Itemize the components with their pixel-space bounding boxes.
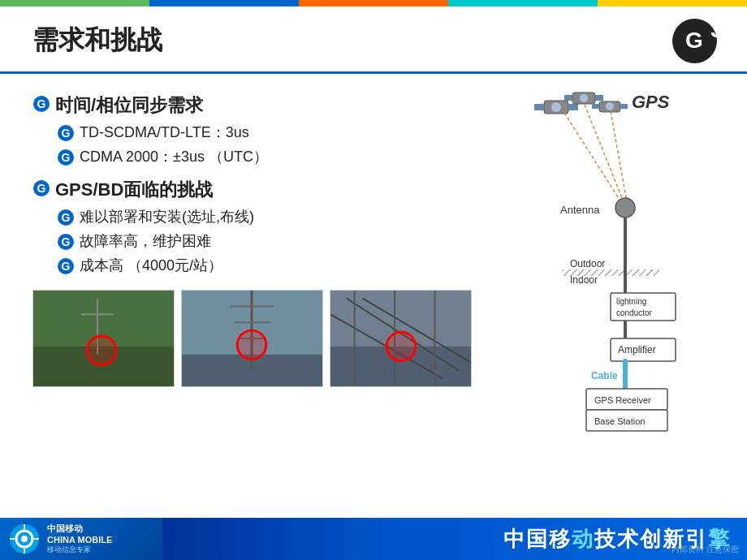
bullet-icon-challenge: G — [32, 179, 50, 197]
bullet-deploy-text: 难以部署和安装(选址,布线) — [80, 207, 254, 226]
svg-text:GPS: GPS — [632, 92, 670, 112]
photo-2-placeholder — [182, 291, 322, 386]
g3-logo: G 3 — [666, 16, 723, 65]
g3-superscript: 3 — [710, 17, 723, 43]
bullet-failure-text: 故障率高，维护困难 — [80, 231, 211, 251]
bullet-icon-td: G — [57, 124, 75, 142]
svg-text:G: G — [37, 97, 46, 110]
bullet-challenge-text: GPS/BD面临的挑战 — [55, 178, 213, 202]
bullet-icon-deploy: G — [57, 209, 75, 226]
gps-diagram: GPS Antenna Outdoor — [495, 82, 723, 455]
g3-circle: G 3 — [672, 19, 717, 63]
footer-watermark: 内部资料 注意保密 — [671, 544, 739, 555]
bullet-td-text: TD-SCDMA/TD-LTE：3us — [80, 123, 249, 142]
svg-text:lightning: lightning — [616, 297, 646, 306]
svg-point-73 — [21, 536, 28, 542]
header: 需求和挑战 G 3 — [0, 6, 747, 74]
footer-text-block: 中国移动 CHINA MOBILE 移动信息专家 — [47, 523, 112, 555]
footer-company-en: CHINA MOBILE — [47, 535, 112, 545]
footer-right: 中国移动技术创新引擎 内部资料 注意保密 — [162, 518, 747, 560]
photo-2 — [181, 290, 323, 387]
photo-2-svg — [182, 290, 322, 387]
china-mobile-logo — [8, 523, 41, 555]
svg-rect-40 — [564, 95, 572, 101]
svg-text:Indoor: Indoor — [570, 274, 598, 286]
stripe-cyan — [448, 0, 598, 6]
stripe-yellow — [598, 0, 747, 6]
bullet-icon-failure: G — [57, 233, 75, 251]
photo-1-placeholder — [33, 291, 174, 386]
photo-1-svg — [33, 290, 174, 387]
bullet-icon-cdma: G — [57, 149, 75, 166]
svg-point-25 — [237, 330, 266, 360]
svg-text:G: G — [62, 151, 71, 164]
bullet-failure: G 故障率高，维护困难 — [57, 231, 479, 251]
svg-point-34 — [386, 332, 416, 361]
svg-text:G: G — [62, 211, 71, 224]
bullet-cost-text: 成本高 （4000元/站） — [80, 256, 222, 275]
stripe-green — [0, 0, 149, 6]
left-panel: G 时间/相位同步需求 G TD-SCDMA/TD-LTE：3us G CDMA… — [32, 82, 495, 512]
svg-point-38 — [551, 102, 561, 112]
svg-text:Cable: Cable — [591, 370, 618, 381]
bullet-cost: G 成本高 （4000元/站） — [57, 256, 479, 275]
photo-3-placeholder — [330, 291, 471, 386]
photo-1 — [32, 290, 175, 387]
bullet-icon-cost: G — [57, 257, 75, 275]
svg-text:Outdoor: Outdoor — [570, 258, 605, 269]
bullet-sync-text: 时间/相位同步需求 — [55, 93, 203, 118]
bullet-cdma: G CDMA 2000：±3us （UTC） — [57, 147, 479, 166]
footer: 中国移动 CHINA MOBILE 移动信息专家 中国移动技术创新引擎 内部资料… — [0, 518, 747, 560]
svg-text:Antenna: Antenna — [560, 204, 600, 216]
svg-text:conductor: conductor — [616, 308, 653, 317]
photo-3-svg — [330, 290, 471, 387]
svg-point-18 — [87, 336, 116, 365]
svg-text:G: G — [37, 182, 46, 195]
svg-text:G: G — [62, 127, 71, 140]
g3-letter: G — [685, 28, 703, 54]
svg-text:G: G — [62, 235, 71, 248]
svg-rect-41 — [595, 95, 603, 101]
svg-text:G: G — [62, 260, 71, 273]
footer-left: 中国移动 CHINA MOBILE 移动信息专家 — [0, 518, 162, 560]
right-panel: GPS Antenna Outdoor — [495, 82, 731, 512]
bullet-challenge: G GPS/BD面临的挑战 — [32, 178, 479, 202]
bullet-cdma-text: CDMA 2000：±3us （UTC） — [80, 147, 268, 166]
photos-row — [32, 290, 479, 387]
svg-text:GPS Receiver: GPS Receiver — [594, 395, 651, 405]
bullet-icon-sync: G — [32, 95, 50, 113]
svg-text:Base Station: Base Station — [594, 416, 645, 426]
photo-3 — [330, 290, 472, 387]
footer-company-cn: 中国移动 — [47, 523, 112, 535]
svg-rect-44 — [592, 104, 599, 109]
bullet-deploy: G 难以部署和安装(选址,布线) — [57, 207, 479, 226]
svg-line-50 — [611, 111, 627, 202]
svg-point-46 — [606, 102, 614, 110]
top-stripe-bar — [0, 0, 747, 6]
svg-rect-37 — [568, 104, 578, 110]
bullet-sync: G 时间/相位同步需求 — [32, 93, 479, 118]
bullet-td: G TD-SCDMA/TD-LTE：3us — [57, 123, 479, 142]
main-content: G 时间/相位同步需求 G TD-SCDMA/TD-LTE：3us G CDMA… — [0, 74, 747, 512]
footer-slogan: 移动信息专家 — [47, 545, 112, 555]
svg-text:Amplifier: Amplifier — [618, 344, 656, 355]
svg-rect-45 — [620, 104, 628, 109]
stripe-blue — [149, 0, 299, 6]
svg-point-51 — [615, 198, 635, 218]
gps-diagram-svg: GPS Antenna Outdoor — [495, 82, 723, 455]
svg-rect-36 — [534, 104, 544, 110]
stripe-orange — [299, 0, 448, 6]
svg-point-42 — [580, 94, 588, 102]
page-title: 需求和挑战 — [32, 23, 162, 58]
